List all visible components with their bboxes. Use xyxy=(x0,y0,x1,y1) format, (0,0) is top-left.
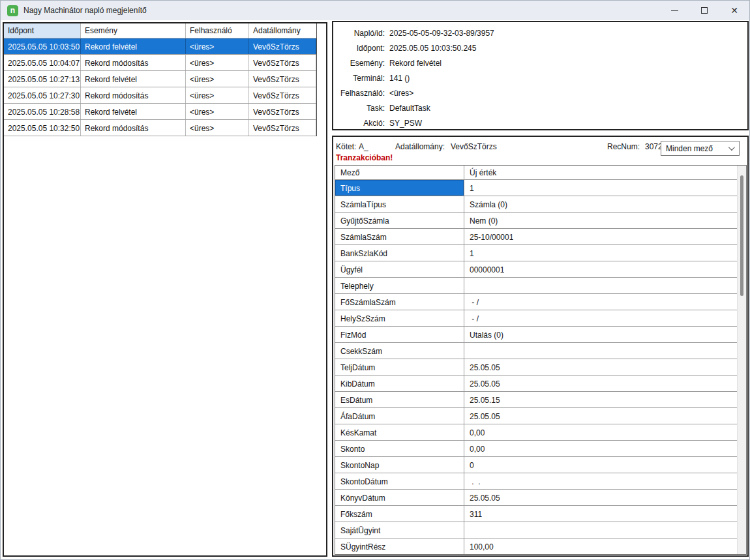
field-row[interactable]: SkontoNap0 xyxy=(335,457,737,473)
log-cell: <üres> xyxy=(186,71,249,87)
vertical-scrollbar[interactable] xyxy=(737,166,746,554)
field-row[interactable]: Skonto0,00 xyxy=(335,441,737,457)
detail-value: 141 () xyxy=(389,71,410,86)
field-value-cell: 25.05.05 xyxy=(464,376,500,391)
log-column-header[interactable]: Felhasználó xyxy=(186,23,249,38)
field-name-cell: TeljDátum xyxy=(335,359,464,375)
log-row[interactable]: 2025.05.05 10:28:58Rekord felvétel<üres>… xyxy=(4,104,316,120)
recnum-label: RecNum: xyxy=(607,142,640,151)
field-column-header[interactable]: Új érték xyxy=(464,166,496,179)
field-row[interactable]: SÜgyintRész100,00 xyxy=(335,538,737,554)
field-row[interactable]: KönyvDátum25.05.05 xyxy=(335,490,737,506)
close-icon: ✕ xyxy=(730,6,738,15)
log-row[interactable]: 2025.05.05 10:03:50Rekord felvétel<üres>… xyxy=(4,38,316,55)
field-row[interactable]: GyűjtőSzámlaNem (0) xyxy=(335,213,737,229)
app-window: n Nagy Machinátor napló megjelenítő ✕ Id… xyxy=(0,0,750,560)
field-row[interactable]: SkontoDátum . . xyxy=(335,473,737,490)
detail-label: Időpont: xyxy=(333,41,385,56)
field-value-cell: 1 xyxy=(464,180,474,196)
log-row[interactable]: 2025.05.05 10:32:50Rekord módosítás<üres… xyxy=(4,120,316,136)
field-name-cell: KésKamat xyxy=(335,424,464,440)
minimize-button[interactable] xyxy=(659,1,689,20)
field-name-cell: FőSzámlaSzám xyxy=(335,294,464,310)
field-value-cell: 25.05.05 xyxy=(464,359,500,375)
log-cell: <üres> xyxy=(186,55,249,70)
field-value-cell: 1 xyxy=(464,245,474,261)
field-value-cell: 25.05.05 xyxy=(464,490,500,505)
field-value-cell: 25.05.15 xyxy=(464,392,500,407)
log-cell: 2025.05.05 10:28:58 xyxy=(4,104,81,119)
field-value-cell: 00000001 xyxy=(464,261,504,277)
field-value-cell: 311 xyxy=(464,506,482,522)
field-row[interactable]: Ügyfél00000001 xyxy=(335,261,737,278)
log-row[interactable]: 2025.05.05 10:27:13Rekord felvétel<üres>… xyxy=(4,71,316,87)
field-row[interactable]: FőSzámlaSzám - / xyxy=(335,294,737,310)
log-cell: Rekord módosítás xyxy=(81,87,186,103)
field-row[interactable]: BankSzlaKód1 xyxy=(335,245,737,261)
field-name-cell: SzámlaSzám xyxy=(335,229,464,244)
detail-label: Task: xyxy=(333,101,385,116)
field-row[interactable]: SzámlaTípusSzámla (0) xyxy=(335,196,737,213)
field-row[interactable]: EsDátum25.05.15 xyxy=(335,392,737,408)
log-column-header[interactable]: Időpont xyxy=(4,23,81,38)
field-name-cell: FizMód xyxy=(335,327,464,342)
detail-label: Akció: xyxy=(333,116,385,131)
log-cell: VevőSzTörzs xyxy=(249,55,316,70)
field-row[interactable]: Főkszám311 xyxy=(335,506,737,522)
transaction-warning: Tranzakcióban! xyxy=(336,153,393,162)
field-value-cell: 0,00 xyxy=(464,441,485,456)
detail-row: Időpont:2025.05.05 10:03:50.245 xyxy=(333,41,747,56)
field-row[interactable]: ÁfaDátum25.05.05 xyxy=(335,408,737,424)
detail-label: Esemény: xyxy=(333,56,385,71)
record-header: Kötet: A_ Adatállomány: VevőSzTörzs RecN… xyxy=(333,137,747,165)
log-cell: VevőSzTörzs xyxy=(249,38,316,54)
field-name-cell: SÜgyintRész xyxy=(335,538,464,554)
field-value-cell: - / xyxy=(464,310,481,326)
log-cell: <üres> xyxy=(186,38,249,54)
log-cell: Rekord felvétel xyxy=(81,71,186,87)
field-name-cell: HelySzSzám xyxy=(335,310,464,326)
field-row[interactable]: Típus1 xyxy=(335,180,737,196)
field-row[interactable]: TeljDátum25.05.05 xyxy=(335,359,737,376)
detail-row: Terminál:141 () xyxy=(333,71,747,86)
field-row[interactable]: HelySzSzám - / xyxy=(335,310,737,327)
log-table-body: 2025.05.05 10:03:50Rekord felvétel<üres>… xyxy=(4,38,316,136)
field-row[interactable]: CsekkSzám xyxy=(335,343,737,359)
maximize-button[interactable] xyxy=(689,1,719,20)
detail-label: Felhasználó: xyxy=(333,86,385,101)
detail-rows: Napló/id:2025-05-05-09-32-03-89/3957Időp… xyxy=(333,22,747,131)
log-row[interactable]: 2025.05.05 10:27:30Rekord módosítás<üres… xyxy=(4,87,316,104)
window-title: Nagy Machinátor napló megjelenítő xyxy=(23,6,147,15)
field-row[interactable]: KibDátum25.05.05 xyxy=(335,376,737,392)
log-table-header: IdőpontEseményFelhasználóAdatállomány xyxy=(4,23,316,38)
field-value-cell xyxy=(464,278,470,293)
window-controls: ✕ xyxy=(659,1,749,20)
minimize-icon xyxy=(671,10,678,11)
field-row[interactable]: Telephely xyxy=(335,278,737,294)
field-row[interactable]: FizMódUtalás (0) xyxy=(335,327,737,343)
log-row[interactable]: 2025.05.05 10:04:07Rekord módosítás<üres… xyxy=(4,55,316,71)
log-cell: 2025.05.05 10:32:50 xyxy=(4,120,81,136)
titlebar: n Nagy Machinátor napló megjelenítő ✕ xyxy=(1,1,749,20)
chevron-down-icon xyxy=(728,144,735,151)
field-row[interactable]: SzámlaSzám25-10/00001 xyxy=(335,229,737,245)
log-cell: <üres> xyxy=(186,87,249,103)
kotet-label: Kötet: xyxy=(336,142,356,151)
log-cell: <üres> xyxy=(186,120,249,136)
field-filter-dropdown[interactable]: Minden mező xyxy=(661,141,740,156)
log-cell: Rekord módosítás xyxy=(81,120,186,136)
app-icon: n xyxy=(7,5,18,16)
field-name-cell: SzámlaTípus xyxy=(335,196,464,212)
log-column-header[interactable]: Adatállomány xyxy=(249,23,316,38)
field-value-cell xyxy=(464,343,470,359)
detail-row: Napló/id:2025-05-05-09-32-03-89/3957 xyxy=(333,26,747,41)
log-detail-panel: Napló/id:2025-05-05-09-32-03-89/3957Időp… xyxy=(332,21,749,130)
scrollbar-thumb[interactable] xyxy=(740,175,743,296)
field-row[interactable]: KésKamat0,00 xyxy=(335,424,737,441)
log-list-panel: IdőpontEseményFelhasználóAdatállomány 20… xyxy=(3,22,327,557)
close-button[interactable]: ✕ xyxy=(719,1,749,20)
log-column-header[interactable]: Esemény xyxy=(81,23,186,38)
field-row[interactable]: SajátÜgyint xyxy=(335,522,737,538)
field-column-header[interactable]: Mező xyxy=(335,166,464,179)
detail-row: Esemény:Rekord felvétel xyxy=(333,56,747,71)
